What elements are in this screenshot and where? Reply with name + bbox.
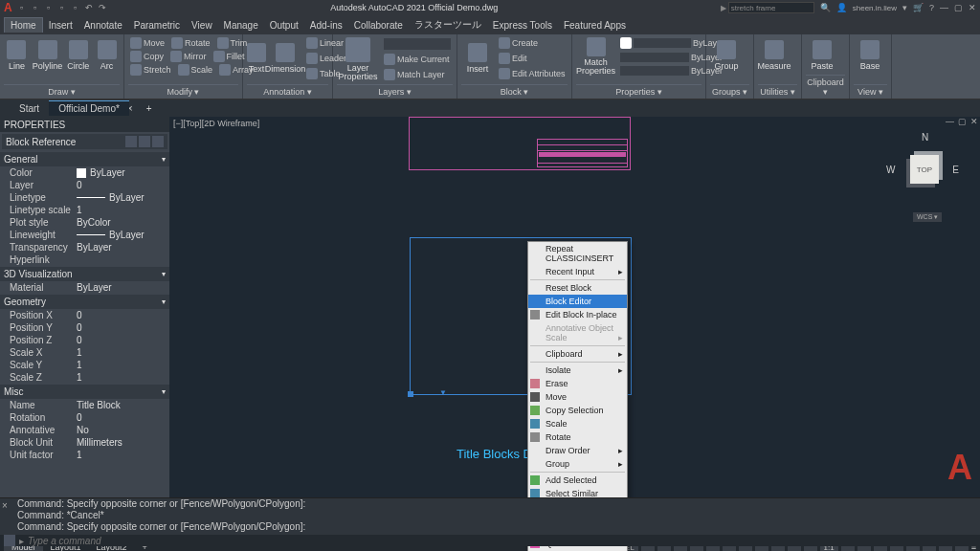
qat-undo-icon[interactable]: ↶: [83, 2, 95, 13]
vp-minimize-icon[interactable]: —: [946, 117, 954, 126]
minimize-icon[interactable]: —: [940, 3, 948, 12]
mirror-button[interactable]: Mirror: [168, 50, 209, 63]
menu-view[interactable]: View: [186, 18, 218, 33]
menu-home[interactable]: Home: [4, 17, 43, 33]
help-icon[interactable]: ?: [929, 3, 934, 12]
prop-row[interactable]: Position Z0: [0, 334, 169, 346]
menu-manage[interactable]: Manage: [218, 18, 264, 33]
viewcube-w[interactable]: W: [886, 165, 895, 175]
prop-group-misc[interactable]: Misc▾: [0, 385, 169, 399]
match-layer-button[interactable]: Match Layer: [382, 68, 453, 81]
drawing-block-frame-1[interactable]: [409, 117, 631, 170]
ctx-repeat-classicinsert[interactable]: Repeat CLASSICINSERT: [528, 242, 627, 265]
insert-button[interactable]: Insert: [461, 39, 494, 77]
ctx-annotative-object-scale[interactable]: Annotative Object Scale▸: [528, 321, 627, 344]
panel-groups-label[interactable]: Groups ▾: [710, 84, 749, 97]
cart-icon[interactable]: 🛒: [913, 3, 924, 12]
edit-block-button[interactable]: Edit: [497, 52, 568, 65]
menu-featured apps[interactable]: Featured Apps: [558, 18, 632, 33]
qat-redo-icon[interactable]: ↷: [97, 2, 108, 13]
polyline-button[interactable]: Polyline: [33, 36, 63, 75]
prop-row[interactable]: Linetype scale1: [0, 204, 169, 216]
menu-ラスターツール[interactable]: ラスターツール: [409, 16, 487, 33]
match-properties-button[interactable]: Match Properties: [576, 37, 615, 76]
dimension-button[interactable]: Dimension: [269, 39, 301, 77]
ctx-group[interactable]: Group▸: [528, 457, 627, 471]
viewcube-top[interactable]: TOP: [910, 155, 939, 184]
ctx-reset-block[interactable]: Reset Block: [528, 281, 627, 295]
prop-row[interactable]: Plot styleByColor: [0, 216, 169, 229]
menu-express tools[interactable]: Express Tools: [487, 18, 558, 33]
drawing-canvas[interactable]: — ▢ ✕ [−][Top][2D Wireframe] ▼ Title Blo…: [169, 117, 980, 497]
search-icon[interactable]: 🔍: [820, 3, 831, 12]
search-input[interactable]: [728, 2, 814, 13]
ctx-recent-input[interactable]: Recent Input▸: [528, 265, 627, 278]
paste-button[interactable]: Paste: [806, 36, 838, 75]
command-input[interactable]: [28, 536, 976, 546]
ctx-copy-selection[interactable]: Copy Selection: [528, 404, 627, 417]
panel-properties-label[interactable]: Properties ▾: [576, 84, 702, 97]
move-button[interactable]: Move: [128, 36, 167, 50]
create-block-button[interactable]: Create: [497, 36, 568, 50]
menu-add-ins[interactable]: Add-ins: [304, 18, 348, 33]
prop-row[interactable]: TransparencyByLayer: [0, 241, 169, 253]
base-button[interactable]: Base: [854, 36, 886, 75]
panel-block-label[interactable]: Block ▾: [461, 84, 568, 97]
viewport-label[interactable]: [−][Top][2D Wireframe]: [173, 119, 259, 128]
qat-plot-icon[interactable]: ▫: [70, 2, 81, 13]
panel-layers-label[interactable]: Layers ▾: [337, 84, 453, 97]
edit-attributes-button[interactable]: Edit Attributes: [497, 67, 568, 80]
prop-row[interactable]: Rotation0: [0, 411, 169, 424]
ctx-isolate[interactable]: Isolate▸: [528, 364, 627, 377]
panel-clipboard-label[interactable]: Clipboard ▾: [806, 75, 845, 97]
grip-icon[interactable]: [408, 391, 413, 397]
rotate-button[interactable]: Rotate: [169, 36, 212, 50]
prop-row[interactable]: Hyperlink: [0, 253, 169, 266]
ctx-rotate[interactable]: Rotate: [528, 430, 627, 444]
prop-row[interactable]: MaterialByLayer: [0, 281, 169, 294]
quickselect-icon[interactable]: [139, 136, 150, 147]
prop-row[interactable]: Lineweight ByLayer: [0, 229, 169, 241]
make-current-button[interactable]: Make Current: [382, 53, 453, 66]
ctx-scale[interactable]: Scale: [528, 417, 627, 430]
qat-saveas-icon[interactable]: ▫: [56, 2, 68, 13]
prop-group-3d-visualization[interactable]: 3D Visualization▾: [0, 267, 169, 281]
cmd-close-icon[interactable]: ×: [2, 500, 11, 510]
close-icon[interactable]: ✕: [969, 3, 976, 12]
qat-open-icon[interactable]: ▫: [30, 2, 41, 13]
vp-maximize-icon[interactable]: ▢: [958, 117, 967, 126]
prop-row[interactable]: Position X0: [0, 309, 169, 321]
cmd-icon[interactable]: [4, 535, 15, 546]
panel-utilities-label[interactable]: Utilities ▾: [758, 84, 797, 97]
prop-row[interactable]: Position Y0: [0, 321, 169, 334]
panel-annotation-label[interactable]: Annotation ▾: [247, 84, 328, 97]
ctx-erase[interactable]: Erase: [528, 377, 627, 390]
ctx-draw-order[interactable]: Draw Order▸: [528, 444, 627, 457]
menu-parametric[interactable]: Parametric: [128, 18, 186, 33]
panel-draw-label[interactable]: Draw ▾: [4, 84, 120, 97]
scale-button[interactable]: Scale: [176, 63, 215, 77]
qat-new-icon[interactable]: ▫: [16, 2, 28, 13]
ctx-move[interactable]: Move: [528, 390, 627, 404]
prop-row[interactable]: NameTitle Block: [0, 399, 169, 411]
app-share-icon[interactable]: ▾: [902, 3, 907, 12]
prop-group-general[interactable]: General▾: [0, 152, 169, 166]
qat-save-icon[interactable]: ▫: [43, 2, 55, 13]
chevron-down-icon[interactable]: [125, 136, 137, 147]
ctx-add-selected[interactable]: Add Selected: [528, 474, 627, 487]
group-button[interactable]: Group: [710, 36, 743, 75]
measure-button[interactable]: Measure: [758, 36, 791, 75]
tab-plus[interactable]: +: [137, 101, 162, 116]
viewcube-wcs[interactable]: WCS ▾: [913, 212, 942, 222]
prop-row[interactable]: Block UnitMillimeters: [0, 436, 169, 449]
grip-arrow-icon[interactable]: ▼: [439, 388, 447, 397]
ctx-edit-block-in-place[interactable]: Edit Block In-place: [528, 308, 627, 321]
ctx-block-editor[interactable]: Block Editor: [528, 295, 627, 308]
prop-group-geometry[interactable]: Geometry▾: [0, 295, 169, 309]
prop-row[interactable]: AnnotativeNo: [0, 424, 169, 436]
layer-dropdown[interactable]: [382, 37, 453, 51]
copy-button[interactable]: Copy: [128, 50, 166, 63]
user-name[interactable]: sheen.in.liew: [853, 4, 897, 12]
prop-row[interactable]: Layer0: [0, 179, 169, 191]
prop-row[interactable]: Scale X1: [0, 346, 169, 359]
